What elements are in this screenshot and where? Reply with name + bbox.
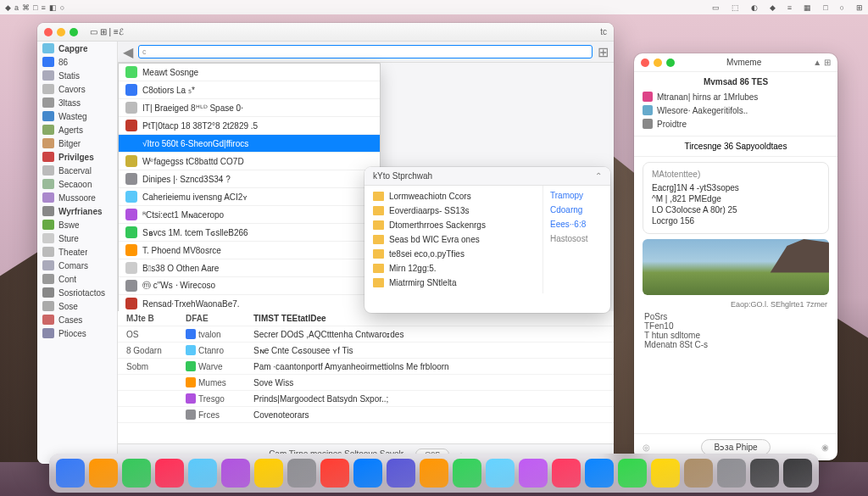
search-input[interactable]: c: [138, 45, 593, 59]
list-row[interactable]: FrcesCovenoteorars: [118, 407, 614, 423]
menubar-status-icon[interactable]: □: [823, 3, 827, 12]
close-icon[interactable]: [44, 28, 53, 36]
dock-app-icon[interactable]: [89, 459, 118, 488]
footer-right-icon[interactable]: ◉: [821, 443, 829, 452]
finder-row[interactable]: Mirn 12gg:5.: [364, 261, 542, 276]
sidebar-item[interactable]: Bacerval: [37, 164, 117, 177]
panel-title-icons[interactable]: ▲ ⊞: [813, 58, 831, 67]
finder-row[interactable]: Seas bd WIC Evra ones: [364, 232, 542, 247]
menubar-status-icon[interactable]: ○: [840, 3, 844, 12]
dropdown-row[interactable]: T. Phoend MV8osrce: [119, 242, 380, 259]
dropdown-row[interactable]: Caherieiemu ivensng ACI2ʏ: [119, 188, 380, 206]
dock-app-icon[interactable]: [519, 459, 548, 488]
dock-app-icon[interactable]: [254, 459, 283, 488]
finder-side-link[interactable]: Tramopy: [550, 191, 604, 200]
dock-app-icon[interactable]: [188, 459, 217, 488]
footer-left-icon[interactable]: ◎: [643, 443, 650, 452]
back-icon[interactable]: ◀: [123, 44, 133, 60]
finder-row[interactable]: te8sei eco,o.pyTfies: [364, 247, 542, 261]
sidebar-item[interactable]: Wasteg: [37, 109, 117, 123]
dropdown-row[interactable]: PtT|0tacp 18 38T2°8 2t2829 .5: [119, 117, 380, 135]
menubar-status-icon[interactable]: ⬚: [732, 3, 739, 12]
finder-row[interactable]: Miatrmirg SNtlelta: [364, 276, 542, 290]
dock-app-icon[interactable]: [320, 459, 349, 488]
main-titlebar[interactable]: ▭ ⊞ | ≡ℰ tc: [37, 23, 614, 42]
dropdown-row[interactable]: C8otiors La ₅*: [119, 81, 380, 99]
sidebar-item[interactable]: Cases: [37, 313, 117, 326]
sidebar-item[interactable]: Cont: [37, 272, 117, 286]
menubar-status-icon[interactable]: ▦: [804, 3, 811, 12]
dropdown-row[interactable]: IT| Braeiged 8ᴴᴸᴰ Spase 0‧: [119, 99, 380, 117]
sidebar-item[interactable]: Comars: [37, 259, 117, 272]
close-icon[interactable]: [641, 59, 649, 67]
finder-row[interactable]: Dtomerthrroes Sackenrgs: [364, 218, 542, 232]
sidebar-item[interactable]: Bitger: [37, 137, 117, 150]
dock-app-icon[interactable]: [387, 459, 415, 488]
chevron-up-icon[interactable]: ⌃: [595, 171, 602, 181]
menubar-item[interactable]: ○: [60, 3, 64, 12]
finder-titlebar[interactable]: kYto Stprchwah ⌃: [364, 167, 610, 186]
list-row[interactable]: 8 GodarnCtanroSɴe Cnte Cɢsousee ʏf Tis: [118, 343, 614, 359]
menubar-status-icon[interactable]: ≡: [787, 3, 792, 12]
list-row[interactable]: SobmWarvePam ·caantonportf Amyanheoirmet…: [118, 359, 614, 375]
dropdown-row[interactable]: ⓜ c"Ws ‧ Wirecoso: [119, 277, 380, 295]
zoom-icon[interactable]: [70, 28, 78, 36]
dock-app-icon[interactable]: [287, 459, 316, 488]
sidebar-item[interactable]: 86: [37, 55, 117, 69]
dock-app-icon[interactable]: [56, 459, 85, 488]
sidebar-item[interactable]: Agerts: [37, 123, 117, 137]
menubar-item[interactable]: ⌘: [22, 3, 30, 12]
menubar-item[interactable]: a: [14, 3, 19, 12]
finder-side-link[interactable]: Cdoarng: [550, 205, 604, 215]
sidebar-item[interactable]: 3ltass: [37, 96, 117, 109]
finder-row[interactable]: Eoverdiaarps- SS13s: [364, 203, 542, 218]
sidebar-item[interactable]: Sture: [37, 231, 117, 245]
dock-app-icon[interactable]: [684, 459, 713, 488]
traffic-lights[interactable]: [44, 28, 78, 36]
dock-app-icon[interactable]: [750, 459, 779, 488]
panel-line[interactable]: Proidtre: [643, 117, 829, 131]
sidebar-item[interactable]: Bswe: [37, 218, 117, 231]
dock-app-icon[interactable]: [618, 459, 647, 488]
menubar-item[interactable]: ◆: [5, 3, 11, 12]
dock-app-icon[interactable]: [585, 459, 614, 488]
finder-side-link[interactable]: Eees··6:8: [550, 220, 604, 229]
sidebar-item[interactable]: Wyrfrianes: [37, 204, 117, 218]
dock-app-icon[interactable]: [420, 459, 448, 488]
finder-row[interactable]: Lormweachiotn Ccors: [364, 189, 542, 203]
dropdown-row[interactable]: Wᵉfagegss tC8battd CO7D: [119, 153, 380, 170]
dock-app-icon[interactable]: [717, 459, 746, 488]
sidebar-item[interactable]: Sose: [37, 299, 117, 313]
dock-app-icon[interactable]: [453, 459, 481, 488]
menubar-item[interactable]: ◧: [49, 3, 57, 12]
menubar-item[interactable]: ≡: [41, 3, 45, 12]
menubar-status-icon[interactable]: ◐: [751, 3, 758, 12]
zoom-icon[interactable]: [666, 59, 675, 67]
menubar-status-icon[interactable]: ⊞: [856, 3, 863, 12]
sidebar-item[interactable]: Privilges: [37, 150, 117, 164]
dropdown-row[interactable]: B᷹s38 O Othen Aare: [119, 259, 380, 277]
list-row[interactable]: OStvalonSecrer DOdS ,AQCtttenha Cntwaroɪ…: [118, 326, 614, 343]
panel-titlebar[interactable]: Mvmeme ▲ ⊞: [634, 53, 837, 72]
sidebar-item[interactable]: Statis: [37, 69, 117, 82]
minimize-icon[interactable]: [654, 59, 662, 67]
sidebar-item[interactable]: Sosriotactos: [37, 286, 117, 299]
dropdown-row[interactable]: √Itro 560t 6-SheonGd|ffirocs: [119, 135, 380, 153]
dock-app-icon[interactable]: [353, 459, 382, 488]
sidebar-item[interactable]: Secaoon: [37, 177, 117, 191]
dropdown-row[interactable]: Rensad‧TrxehWaonaBe7.: [119, 295, 380, 313]
search-right-icon[interactable]: ⊞: [598, 44, 609, 60]
menubar-item[interactable]: □: [33, 3, 37, 12]
dock-app-icon[interactable]: [783, 459, 812, 488]
sidebar-item[interactable]: Ptioces: [37, 326, 117, 340]
dropdown-row[interactable]: ᴿCtsi:ect1 Mɴaceropo: [119, 206, 380, 224]
list-row[interactable]: TresgoPrinds|Margoodect Batsydn Sxpor..;: [118, 391, 614, 407]
menubar-status-icon[interactable]: ◆: [770, 3, 776, 12]
dock-app-icon[interactable]: [552, 459, 581, 488]
sidebar-item[interactable]: Mussoore: [37, 191, 117, 204]
dock-app-icon[interactable]: [221, 459, 250, 488]
menubar-status-icon[interactable]: ▭: [712, 3, 720, 12]
dock-app-icon[interactable]: [486, 459, 515, 488]
sidebar-item[interactable]: Capgre: [37, 42, 117, 55]
panel-line[interactable]: Mtranan| hirns ar 1Mrlubes: [643, 90, 829, 103]
